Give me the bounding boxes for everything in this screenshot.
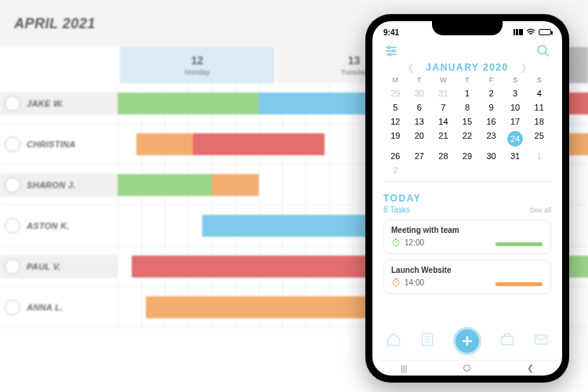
person-name: CHRISTINA — [27, 140, 76, 149]
add-button[interactable] — [453, 327, 481, 355]
calendar-day[interactable]: 5 — [383, 103, 408, 112]
calendar-day[interactable]: 22 — [456, 131, 480, 147]
person-cell[interactable]: SHARON J. — [0, 173, 118, 197]
avatar — [5, 259, 20, 274]
calendar-day[interactable]: 10 — [503, 103, 528, 112]
task-color-pill — [495, 282, 543, 286]
person-cell[interactable]: ANNA L. — [0, 296, 118, 319]
calendar-day[interactable]: 14 — [431, 117, 456, 126]
person-cell[interactable]: JAKE W. — [0, 92, 118, 115]
calendar-day[interactable]: 2 — [383, 165, 408, 175]
battery-icon — [539, 29, 551, 35]
mini-calendar: ❮ JANUARY 2020 ❯ MTWTFSS2930311234567891… — [372, 60, 562, 193]
gantt-bar[interactable] — [136, 133, 193, 155]
calendar-day[interactable]: 16 — [479, 117, 503, 126]
svg-rect-16 — [501, 336, 513, 345]
calendar-day[interactable]: 27 — [408, 151, 432, 161]
chevron-left-icon[interactable]: ❮ — [404, 62, 418, 73]
calendar-day[interactable]: 28 — [431, 151, 456, 161]
calendar-dow: T — [456, 76, 480, 84]
svg-point-3 — [388, 46, 390, 49]
calendar-dow: S — [527, 76, 551, 84]
task-title: Meeting with team — [391, 226, 543, 234]
person-cell[interactable]: PAUL V. — [0, 255, 118, 278]
task-title: Launch Website — [391, 266, 543, 274]
page-title: APRIL 2021 — [14, 16, 96, 32]
calendar-day[interactable]: 24 — [507, 131, 523, 147]
android-nav-bar: ||| ❮ — [372, 360, 562, 376]
gantt-bar[interactable] — [118, 174, 212, 196]
svg-line-7 — [545, 53, 549, 56]
calendar-dow: M — [383, 76, 408, 84]
calendar-month-label: JANUARY 2020 — [426, 62, 508, 73]
calendar-day[interactable]: 6 — [408, 103, 432, 112]
calendar-day[interactable]: 1 — [527, 151, 551, 161]
calendar-day[interactable]: 13 — [408, 117, 432, 126]
day-column[interactable]: 12Monday — [118, 47, 274, 83]
calendar-day[interactable]: 12 — [383, 117, 408, 126]
task-card[interactable]: Meeting with team 12:00 — [383, 220, 551, 254]
calendar-day[interactable]: 17 — [503, 117, 528, 126]
avatar — [5, 299, 20, 315]
calendar-day[interactable]: 4 — [527, 89, 551, 98]
person-name: ANNA L. — [27, 303, 63, 312]
nav-back-icon[interactable]: ❮ — [527, 363, 534, 373]
calendar-day[interactable]: 7 — [431, 103, 456, 112]
clock-icon — [391, 238, 401, 247]
task-card[interactable]: Launch Website 14:00 — [383, 260, 551, 294]
signal-icon — [514, 29, 523, 35]
briefcase-icon[interactable] — [499, 332, 515, 350]
calendar-day[interactable]: 11 — [527, 103, 551, 112]
avatar — [5, 136, 20, 152]
calendar-day[interactable]: 3 — [503, 89, 528, 98]
task-time: 14:00 — [405, 278, 424, 287]
calendar-day[interactable]: 21 — [431, 131, 456, 147]
gantt-bar[interactable] — [193, 133, 325, 155]
wifi-icon — [526, 28, 535, 36]
home-icon[interactable] — [386, 332, 401, 350]
gantt-bar[interactable] — [118, 93, 259, 114]
calendar-day[interactable]: 18 — [527, 117, 551, 126]
nav-recent-icon[interactable]: ||| — [401, 364, 408, 373]
search-icon[interactable] — [535, 43, 551, 59]
calendar-dow: F — [479, 76, 503, 84]
tab-bar — [372, 324, 562, 360]
status-time: 9:41 — [383, 28, 399, 37]
calendar-day[interactable]: 19 — [383, 131, 408, 147]
calendar-day[interactable]: 23 — [479, 131, 503, 147]
calendar-day[interactable]: 2 — [479, 89, 503, 98]
gantt-bar[interactable] — [212, 174, 259, 196]
see-all-link[interactable]: See all — [529, 206, 551, 214]
calendar-day[interactable]: 25 — [527, 131, 551, 147]
calendar-day[interactable]: 8 — [456, 103, 480, 112]
calendar-day[interactable]: 29 — [383, 89, 408, 98]
task-time: 12:00 — [405, 238, 424, 247]
person-cell[interactable]: CHRISTINA — [0, 132, 118, 156]
calendar-day[interactable]: 15 — [456, 117, 480, 126]
calendar-dow: W — [431, 76, 456, 84]
calendar-day[interactable]: 9 — [479, 103, 503, 112]
calendar-day[interactable]: 30 — [479, 151, 503, 161]
calendar-day[interactable]: 1 — [456, 89, 480, 98]
svg-point-6 — [538, 45, 546, 54]
avatar — [5, 218, 20, 234]
today-task-count: 8 Tasks — [383, 205, 421, 214]
list-icon[interactable] — [419, 332, 435, 350]
task-color-pill — [495, 242, 543, 246]
chevron-right-icon[interactable]: ❯ — [517, 62, 531, 73]
calendar-dow: T — [408, 76, 432, 84]
calendar-day[interactable]: 29 — [456, 151, 480, 161]
filter-icon[interactable] — [383, 43, 399, 59]
calendar-day[interactable]: 31 — [503, 151, 528, 161]
svg-point-5 — [389, 53, 391, 56]
nav-home-icon[interactable] — [463, 365, 470, 372]
calendar-day[interactable]: 20 — [408, 131, 432, 147]
person-name: ASTON K. — [27, 221, 70, 230]
calendar-day[interactable]: 30 — [408, 89, 432, 98]
calendar-day[interactable]: 31 — [431, 89, 456, 98]
calendar-day[interactable]: 26 — [383, 151, 408, 161]
mail-icon[interactable] — [533, 332, 549, 350]
phone-frame: 9:41 ❮ JANUARY 2020 ❯ — [365, 14, 569, 383]
person-cell[interactable]: ASTON K. — [0, 214, 118, 238]
avatar — [5, 177, 20, 193]
